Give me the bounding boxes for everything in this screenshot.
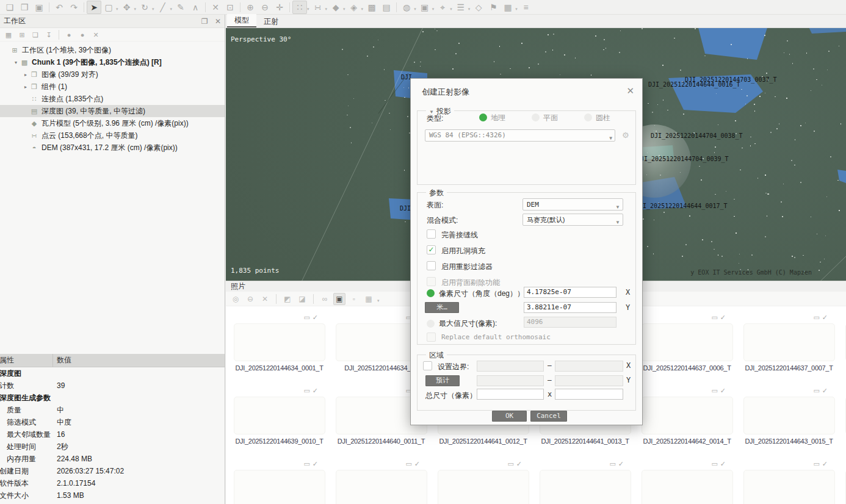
crs-settings-icon[interactable]: ⚙	[622, 131, 629, 140]
photo-thumbnail[interactable]	[743, 397, 835, 434]
photo-thumbnail[interactable]	[642, 397, 733, 434]
photo-cell[interactable]: ▭✓	[432, 460, 534, 504]
photo-cell[interactable]: ▭✓DJI_20251220144639_0010_T	[228, 387, 330, 445]
details-view-icon[interactable]: ▣	[333, 293, 345, 305]
crs-combobox[interactable]: WGS 84 (EPSG::4326)▼	[425, 129, 615, 142]
chevron-down-icon[interactable]: ▾	[414, 7, 416, 12]
show-tie-points-icon[interactable]: ∷	[292, 1, 307, 14]
ruler-icon[interactable]: ╱	[156, 1, 170, 14]
redo-icon[interactable]: ↷	[67, 1, 81, 14]
photo-thumbnail[interactable]	[743, 323, 835, 361]
tree-item[interactable]: ▸❒组件 (1)	[0, 81, 225, 93]
chevron-down-icon[interactable]: ▾	[361, 7, 364, 12]
photo-thumbnail[interactable]	[234, 470, 325, 504]
show-model-shaded-icon[interactable]: ◆	[328, 1, 343, 14]
show-model-solid-icon[interactable]: ◈	[347, 1, 361, 14]
show-globe-icon[interactable]: ◍	[399, 1, 414, 14]
tree-item[interactable]: ∷连接点 (1,835个点)	[0, 93, 225, 105]
photo-cell[interactable]: ▭✓DJI	[840, 314, 846, 372]
tree-item[interactable]: ∺点云 (153,668个点, 中等质量)	[0, 129, 225, 142]
show-images-icon[interactable]: ▦	[501, 1, 515, 14]
pixel-size-x-field[interactable]: 4.17825e-07	[524, 287, 616, 298]
projection-type-radio-geographic[interactable]	[479, 113, 487, 121]
chevron-down-icon[interactable]: ▾	[307, 7, 309, 12]
show-shapes-icon[interactable]: ◇	[471, 1, 486, 14]
tree-item[interactable]: ⊞工作区 (1个堆块, 39个图像)	[0, 44, 225, 56]
save-project-icon[interactable]: ▣	[32, 1, 46, 14]
photo-cell[interactable]: ▭✓DJI_20251220144642_0014_T	[636, 387, 738, 445]
close-panel-icon[interactable]: ✕	[215, 17, 221, 26]
add-photos-icon[interactable]: ⊞	[16, 29, 28, 40]
parameter-checkbox[interactable]: ✓	[427, 245, 436, 254]
photo-cell[interactable]: ▭✓	[738, 460, 840, 504]
photo-cell[interactable]: ▭✓DJI_20251220144637_0007_T	[738, 314, 840, 372]
rotate-left-icon[interactable]: ◩	[281, 293, 294, 305]
filter-binoculars-icon[interactable]: ∞	[319, 293, 331, 305]
pixel-size-y-field[interactable]: 3.88211e-07	[524, 302, 616, 313]
draw-angle-icon[interactable]: ∧	[188, 1, 203, 14]
icons-view-icon[interactable]: ▫	[348, 293, 360, 305]
replace-default-checkbox[interactable]	[427, 333, 436, 342]
photo-thumbnail[interactable]	[234, 323, 325, 361]
parameter-checkbox[interactable]	[427, 261, 436, 270]
tree-item[interactable]: ◓DEM (387x431, 17.2 厘米 (cm) /像素(pix))	[0, 142, 225, 154]
ok-button[interactable]: OK	[492, 411, 527, 422]
delete-selection-icon[interactable]: ✕	[208, 1, 223, 14]
photo-cell[interactable]: ▭✓DJI_20251220144637_0006_T	[636, 314, 738, 372]
select-arrow-icon[interactable]: ➤	[87, 1, 101, 14]
surface-select[interactable]: DEM▼	[522, 198, 623, 211]
reset-region-icon[interactable]: ✛	[272, 1, 287, 14]
show-cameras-icon[interactable]: ▣	[418, 1, 432, 14]
expand-caret-icon[interactable]: ▸	[22, 84, 29, 90]
disable-photo-icon[interactable]: ⊖	[244, 293, 256, 305]
item-list-icon[interactable]: ☰	[454, 1, 468, 14]
parameter-checkbox[interactable]	[427, 229, 436, 239]
chevron-down-icon[interactable]: ▾	[116, 7, 118, 12]
chevron-down-icon[interactable]: ▾	[343, 7, 345, 12]
tab-ortho[interactable]: 正射	[256, 15, 286, 27]
boundary-x-max-field[interactable]	[555, 361, 623, 372]
chevron-down-icon[interactable]: ▾	[152, 7, 154, 12]
photo-cell[interactable]: ▭✓DJ	[840, 387, 846, 445]
photo-cell[interactable]: ▭✓	[840, 460, 846, 504]
chevron-down-icon[interactable]: ▾	[450, 7, 452, 12]
chevron-down-icon[interactable]: ▾	[377, 298, 380, 303]
photo-thumbnail[interactable]	[642, 323, 733, 361]
tree-item[interactable]: ▾▩Chunk 1 (39个图像, 1,835个连接点) [R]	[0, 56, 225, 68]
rotate-object-icon[interactable]: ↻	[137, 1, 152, 14]
projection-type-radio-cylindrical[interactable]	[584, 113, 592, 121]
crop-selection-icon[interactable]: ⊡	[223, 1, 237, 14]
tree-item[interactable]: ▤深度图 (39, 中等质量, 中等过滤)	[0, 105, 225, 117]
max-dimension-radio[interactable]	[427, 320, 435, 328]
remove-photo-icon[interactable]: ✕	[259, 293, 271, 305]
chevron-down-icon[interactable]: ▾	[134, 7, 137, 12]
chevron-down-icon[interactable]: ▾	[515, 7, 518, 12]
expand-caret-icon[interactable]: ▸	[22, 72, 29, 77]
remove-item-icon[interactable]: ✕	[90, 29, 102, 40]
photo-cell[interactable]: ▭✓	[534, 460, 636, 504]
show-layers-icon[interactable]: ≡	[519, 1, 533, 14]
add-folder-icon[interactable]: ❏	[29, 29, 42, 40]
chevron-down-icon[interactable]: ▾	[468, 7, 471, 12]
photo-thumbnail[interactable]	[540, 470, 631, 504]
projection-type-radio-planar[interactable]	[532, 113, 540, 121]
photo-thumbnail[interactable]	[234, 397, 325, 434]
photo-thumbnail[interactable]	[642, 470, 733, 504]
show-markers-icon[interactable]: ⚑	[486, 1, 501, 14]
value-column-header[interactable]: 数值	[53, 355, 71, 365]
estimate-button[interactable]: 预计	[425, 375, 460, 386]
expand-caret-icon[interactable]: ▾	[12, 60, 20, 65]
blending-select[interactable]: 马赛克(默认)▼	[522, 214, 623, 226]
pixel-size-radio[interactable]	[427, 289, 435, 297]
enable-item-icon[interactable]: ●	[63, 29, 75, 40]
rectangle-selection-icon[interactable]: ▢	[101, 1, 116, 14]
photo-thumbnail[interactable]	[743, 470, 835, 504]
show-point-cloud-icon[interactable]: ∺	[311, 1, 325, 14]
zoom-in-icon[interactable]: ⊕	[243, 1, 258, 14]
tree-item[interactable]: ▸❒图像 (39/39 对齐)	[0, 68, 225, 81]
photo-thumbnail[interactable]	[438, 470, 529, 504]
tab-model[interactable]: 模型	[227, 14, 256, 27]
rotate-right-icon[interactable]: ◪	[296, 293, 308, 305]
disable-item-icon[interactable]: ●	[76, 29, 89, 40]
total-size-y-field[interactable]	[555, 389, 623, 400]
